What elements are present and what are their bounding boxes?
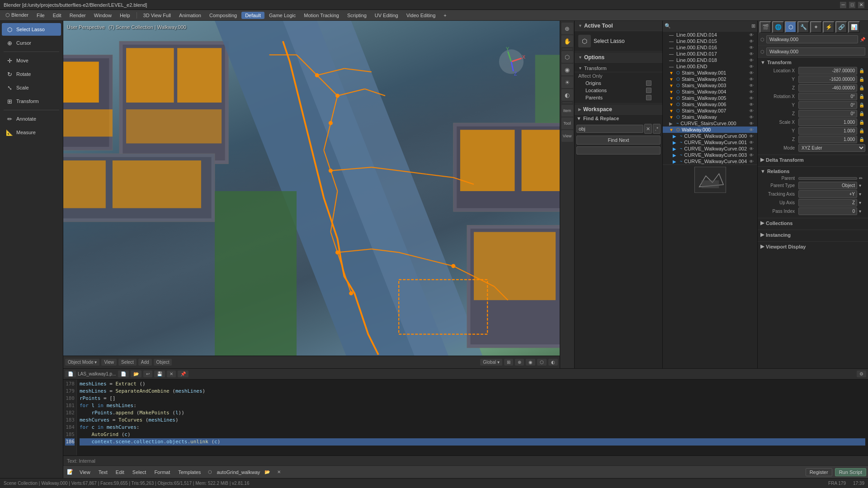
ol-stairs-006[interactable]: ▼ ⬡ Stairs_Walkway.006 👁 (663, 101, 757, 108)
loc-y-lock[interactable]: 🔒 (859, 77, 865, 82)
parent-type-dropdown[interactable]: ▾ (859, 183, 865, 188)
ol-eye-stairs-7[interactable]: 👁 (749, 108, 755, 113)
script-new-btn[interactable]: 📄 (118, 371, 129, 377)
ol-stairs-005[interactable]: ▼ ⬡ Stairs_Walkway.005 👁 (663, 95, 757, 101)
ol-eye-stairs-1[interactable]: 👁 (749, 70, 755, 75)
replace-input[interactable] (576, 146, 660, 155)
menu-animation[interactable]: Animation (175, 12, 205, 19)
vb-icons[interactable]: ⊞ (504, 359, 513, 366)
menu-compositing[interactable]: Compositing (206, 12, 241, 19)
vb-transform-btn[interactable]: Global ▾ (480, 359, 502, 366)
origins-checkbox[interactable] (646, 80, 651, 86)
search-clear-btn[interactable]: ✕ (644, 124, 652, 134)
vrt-render-btn[interactable]: ◉ (561, 64, 573, 75)
loc-x-lock[interactable]: 🔒 (859, 68, 865, 73)
ol-line-016[interactable]: — Line.000.END.016 👁 (663, 44, 757, 51)
script-open-btn[interactable]: 📂 (131, 371, 142, 377)
prop-tab-scene[interactable]: 🎬 (760, 21, 771, 33)
pass-index-inc[interactable]: ▾ (859, 209, 865, 214)
ol-stairs-002[interactable]: ▼ ⬡ Stairs_Walkway.002 👁 (663, 76, 757, 82)
transform-subheader[interactable]: ▼ Transform (575, 65, 662, 72)
ol-eye-icon-3[interactable]: 👁 (749, 45, 755, 50)
vb-add-btn[interactable]: Add (138, 359, 152, 366)
vb-snap[interactable]: ⊕ (515, 359, 524, 366)
code-area[interactable]: meshLines = Extract () meshLines = Separ… (77, 380, 868, 455)
vrt-scene-btn[interactable]: ⬡ (561, 51, 573, 63)
parent-value[interactable] (798, 177, 857, 180)
ol-line-end[interactable]: — Line.000.END 👁 (663, 63, 757, 70)
rot-z-lock[interactable]: 🔒 (859, 111, 865, 116)
transform-section-title[interactable]: ▼ Transform (760, 60, 865, 65)
txt-menu-view[interactable]: View (76, 469, 94, 476)
ol-eye-stairs-5[interactable]: 👁 (749, 96, 755, 101)
vb-select-btn[interactable]: Select (118, 359, 137, 366)
ol-line-014[interactable]: — Line.000.END.014 👁 (663, 32, 757, 38)
script-select-btn[interactable]: ⬡ (205, 469, 215, 475)
search-regex-btn[interactable]: .* (653, 124, 660, 134)
object-mode-btn[interactable]: Object Mode ▾ (65, 359, 99, 366)
parent-type-value[interactable]: Object (798, 182, 857, 189)
menu-uvediting[interactable]: UV Editing (371, 12, 402, 19)
tool-move[interactable]: ✛ Move (2, 54, 61, 67)
scale-y-value[interactable]: 1.000 (798, 127, 857, 135)
loc-z-value[interactable]: -460.00000 (798, 84, 857, 92)
menu-edit[interactable]: Edit (49, 12, 65, 19)
pass-index-value[interactable]: 0 (798, 207, 857, 215)
vrt-tool-btn[interactable]: Tool (561, 117, 573, 129)
txt-menu-select[interactable]: Select (129, 469, 150, 476)
prop-tab-constraints[interactable]: 🔗 (835, 21, 847, 33)
ol-eye-curve-003[interactable]: 👁 (749, 153, 755, 158)
scale-x-value[interactable]: 1.000 (798, 118, 857, 126)
ol-eye-stairs-6[interactable]: 👁 (749, 102, 755, 107)
tool-rotate[interactable]: ↻ Rotate (2, 68, 61, 80)
ol-curve-001[interactable]: ▶ ~ CURVE_WalkwayCurve.001 👁 (663, 139, 757, 145)
menu-window[interactable]: Window (90, 12, 115, 19)
active-tool-header[interactable]: ▼ Active Tool (575, 21, 662, 31)
ol-line-018[interactable]: — Line.000.END.018 👁 (663, 57, 757, 63)
ol-eye-curve-002[interactable]: 👁 (749, 146, 755, 151)
script-save-btn[interactable]: 💾 (154, 371, 165, 377)
ol-eye-stairs[interactable]: 👁 (749, 115, 755, 120)
prop-tab-world[interactable]: 🌐 (772, 21, 784, 33)
ol-eye-icon[interactable]: 👁 (749, 33, 755, 38)
options-header[interactable]: ▼ Options (575, 52, 662, 63)
ol-eye-icon-5[interactable]: 👁 (749, 58, 755, 63)
find-replace-header[interactable]: ▼ Find & Replace (575, 115, 662, 123)
maximize-btn[interactable]: □ (849, 2, 855, 8)
script-reload-btn[interactable]: ↩ (143, 371, 152, 377)
prop-tab-physics[interactable]: ⚡ (823, 21, 835, 33)
rot-x-value[interactable]: 0° (798, 93, 857, 100)
menu-default[interactable]: Default (241, 12, 264, 19)
props-object-name-input[interactable] (766, 35, 858, 43)
viewport-display-title[interactable]: ▶ Viewport Display (760, 244, 865, 249)
vb-object-btn[interactable]: Object (154, 359, 172, 366)
ol-eye-icon-2[interactable]: 👁 (749, 39, 755, 44)
props-object-data-input[interactable] (766, 47, 865, 56)
mode-select[interactable]: XYZ Euler (798, 144, 865, 152)
ol-eye-walkway[interactable]: 👁 (749, 127, 755, 132)
ol-eye-curve-001[interactable]: 👁 (749, 140, 755, 145)
menu-help[interactable]: Help (116, 12, 134, 19)
view-pan-btn[interactable]: ✋ (561, 35, 573, 47)
register-btn[interactable]: Register (806, 468, 832, 476)
tool-cursor[interactable]: ⊕ Cursor (2, 37, 61, 49)
ol-line-015[interactable]: — Line.000.END.015 👁 (663, 38, 757, 44)
ol-curve-stairs[interactable]: ▶ ~ CURVE_StairsCurve.000 👁 (663, 120, 757, 127)
ol-eye-curve-stairs[interactable]: 👁 (749, 121, 755, 126)
vrt-view-btn[interactable]: View (561, 130, 573, 142)
rot-y-lock[interactable]: 🔒 (859, 103, 865, 108)
parents-checkbox[interactable] (646, 95, 651, 100)
tool-scale[interactable]: ⤡ Scale (2, 81, 61, 94)
up-axis-value[interactable]: Z (798, 199, 857, 206)
minimize-btn[interactable]: ─ (840, 2, 846, 8)
delta-transform-title[interactable]: ▶ Delta Transform (760, 157, 865, 163)
ol-curve-002[interactable]: ▶ ~ CURVE_WalkwayCurve.002 👁 (663, 145, 757, 152)
prop-tab-data[interactable]: 📊 (848, 21, 860, 33)
scale-x-lock[interactable]: 🔒 (859, 120, 865, 125)
ol-stairs-003[interactable]: ▼ ⬡ Stairs_Walkway.003 👁 (663, 82, 757, 89)
viewport-3d[interactable]: X Y Z User Perspective (7) Scene Collect… (63, 21, 574, 368)
tool-annotate[interactable]: ✏ Annotate (2, 113, 61, 125)
run-script-btn[interactable]: Run Script (835, 468, 866, 476)
outliner-filter-icon[interactable]: ⊞ (751, 23, 755, 29)
ol-eye-stairs-3[interactable]: 👁 (749, 83, 755, 88)
